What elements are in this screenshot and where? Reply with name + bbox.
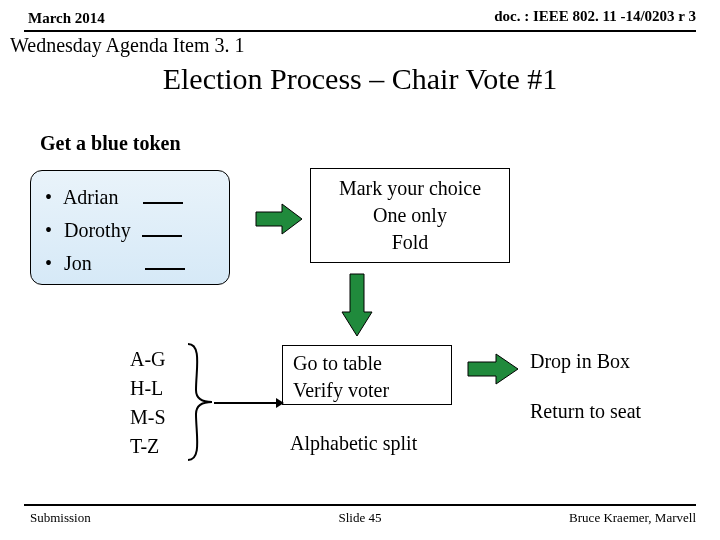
header-date: March 2014	[28, 10, 105, 27]
ballot-row: • Jon	[45, 247, 215, 280]
verify-line: Verify voter	[293, 377, 441, 404]
arrow-right-icon	[466, 352, 520, 386]
get-token-label: Get a blue token	[40, 132, 181, 155]
return-to-seat-label: Return to seat	[530, 400, 641, 423]
svg-marker-0	[256, 204, 302, 234]
choice-line: One only	[311, 202, 509, 229]
slide-title: Election Process – Chair Vote #1	[0, 62, 720, 96]
arrow-right-icon	[254, 202, 304, 236]
choice-box: Mark your choice One only Fold	[310, 168, 510, 263]
verify-line: Go to table	[293, 350, 441, 377]
arrow-down-icon	[340, 272, 374, 340]
ballot-row: • Adrian	[45, 181, 215, 214]
alpha-groups: A-G H-L M-S T-Z	[130, 345, 166, 461]
svg-marker-2	[468, 354, 518, 384]
candidate-name: Jon	[64, 252, 92, 274]
candidate-name: Dorothy	[64, 219, 131, 241]
choice-line: Mark your choice	[311, 175, 509, 202]
alpha-group: T-Z	[130, 432, 166, 461]
alpha-split-label: Alphabetic split	[290, 432, 417, 455]
choice-line: Fold	[311, 229, 509, 256]
drop-in-box-label: Drop in Box	[530, 350, 630, 373]
header-doc-id: doc. : IEEE 802. 11 -14/0203 r 3	[494, 8, 696, 25]
footer-rule	[24, 504, 696, 506]
alpha-group: M-S	[130, 403, 166, 432]
alpha-group: A-G	[130, 345, 166, 374]
alpha-group: H-L	[130, 374, 166, 403]
ballot-box: • Adrian • Dorothy • Jon	[30, 170, 230, 285]
svg-marker-1	[342, 274, 372, 336]
verify-box: Go to table Verify voter	[282, 345, 452, 405]
agenda-item: Wednesday Agenda Item 3. 1	[10, 34, 244, 57]
candidate-name: Adrian	[63, 186, 119, 208]
footer-author: Bruce Kraemer, Marvell	[569, 510, 696, 526]
connector-line	[214, 396, 284, 410]
header-rule	[24, 30, 696, 32]
ballot-row: • Dorothy	[45, 214, 215, 247]
